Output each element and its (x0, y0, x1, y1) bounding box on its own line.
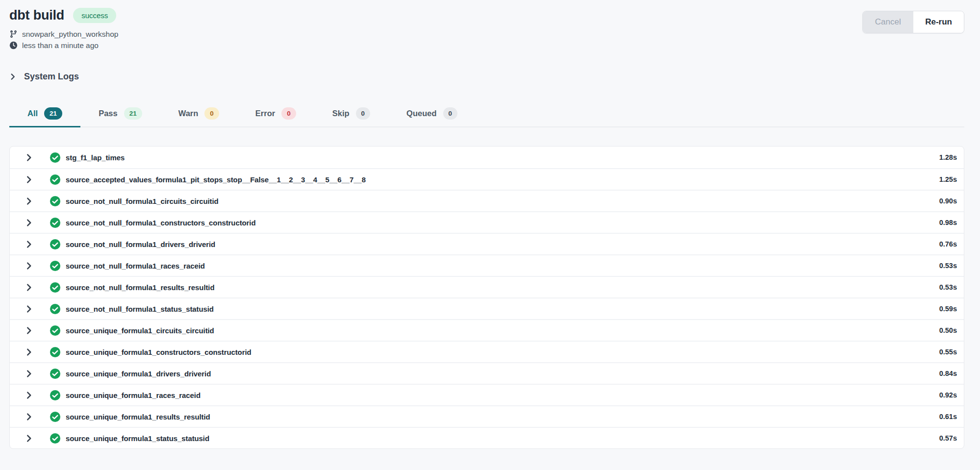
result-row[interactable]: source_unique_formula1_constructors_cons… (10, 341, 964, 362)
git-branch-icon (9, 30, 18, 38)
result-row[interactable]: source_unique_formula1_circuits_circuiti… (10, 319, 964, 341)
tab-count-badge: 0 (204, 107, 219, 120)
node-name: source_unique_formula1_constructors_cons… (66, 348, 251, 356)
node-duration: 0.92s (930, 391, 957, 399)
success-check-icon (50, 325, 61, 336)
expand-chevron-icon[interactable] (25, 370, 33, 378)
result-row[interactable]: source_not_null_formula1_races_raceid 0.… (10, 254, 964, 276)
expand-chevron-icon[interactable] (25, 305, 33, 313)
success-check-icon (50, 303, 61, 315)
node-name: source_unique_formula1_circuits_circuiti… (66, 326, 214, 335)
run-actions: Cancel Re-run (862, 11, 964, 33)
result-row[interactable]: source_accepted_values_formula1_pit_stop… (10, 168, 964, 190)
node-duration: 0.90s (930, 197, 957, 205)
node-duration: 0.50s (930, 326, 957, 334)
expand-chevron-icon[interactable] (25, 175, 33, 184)
tab-queued[interactable]: Queued 0 (388, 102, 476, 127)
branch-row: snowpark_python_workshop (9, 28, 118, 40)
clock-icon (9, 41, 18, 49)
title-row: dbt build success (9, 8, 118, 23)
result-row[interactable]: source_unique_formula1_status_statusid 0… (10, 427, 964, 448)
rerun-button[interactable]: Re-run (913, 11, 964, 33)
system-logs-label: System Logs (24, 72, 79, 82)
result-row[interactable]: source_unique_formula1_races_raceid 0.92… (10, 384, 964, 405)
tab-label: All (27, 109, 38, 118)
result-row[interactable]: source_not_null_formula1_circuits_circui… (10, 190, 964, 211)
node-name: source_unique_formula1_status_statusid (66, 434, 209, 443)
success-check-icon (50, 346, 61, 358)
node-duration: 0.98s (930, 219, 957, 226)
result-row[interactable]: source_not_null_formula1_drivers_driveri… (10, 233, 964, 254)
tab-warn[interactable]: Warn 0 (160, 102, 237, 127)
expand-chevron-icon[interactable] (25, 262, 33, 270)
success-check-icon (50, 217, 61, 228)
node-name: source_not_null_formula1_circuits_circui… (66, 197, 219, 205)
tab-count-badge: 0 (356, 107, 371, 120)
result-row[interactable]: source_unique_formula1_results_resultid … (10, 405, 964, 427)
run-meta: snowpark_python_workshop less than a min… (9, 28, 118, 51)
system-logs-toggle[interactable]: System Logs (9, 72, 79, 82)
tab-count-badge: 0 (281, 107, 296, 120)
expand-chevron-icon[interactable] (25, 153, 33, 162)
success-check-icon (50, 282, 61, 293)
status-badge: success (73, 8, 116, 23)
branch-name: snowpark_python_workshop (22, 28, 118, 40)
node-duration: 0.76s (930, 240, 957, 248)
node-name: source_unique_formula1_results_resultid (66, 413, 210, 421)
success-check-icon (50, 152, 61, 163)
result-row[interactable]: source_not_null_formula1_constructors_co… (10, 211, 964, 233)
expand-chevron-icon[interactable] (25, 391, 33, 399)
tab-label: Queued (406, 109, 436, 118)
success-check-icon (50, 174, 61, 185)
tab-label: Error (255, 109, 275, 118)
node-name: source_unique_formula1_drivers_driverid (66, 370, 211, 378)
expand-chevron-icon[interactable] (25, 326, 33, 335)
success-check-icon (50, 368, 61, 379)
results-list: stg_f1_lap_times 1.28s source_accepted_v… (9, 146, 964, 449)
success-check-icon (50, 260, 61, 272)
cancel-button[interactable]: Cancel (863, 11, 913, 33)
success-check-icon (50, 390, 61, 401)
page-title: dbt build (9, 8, 64, 23)
node-duration: 1.28s (930, 153, 957, 161)
node-name: source_not_null_formula1_races_raceid (66, 262, 205, 270)
result-row[interactable]: stg_f1_lap_times 1.28s (10, 147, 964, 168)
run-detail-page: dbt build success snowpark_python_worksh… (0, 0, 980, 449)
node-name: source_unique_formula1_races_raceid (66, 391, 201, 399)
result-row[interactable]: source_not_null_formula1_status_statusid… (10, 297, 964, 319)
expand-chevron-icon[interactable] (25, 283, 33, 292)
node-duration: 1.25s (930, 175, 957, 183)
node-name: source_accepted_values_formula1_pit_stop… (66, 175, 366, 184)
node-name: source_not_null_formula1_status_statusid (66, 305, 214, 313)
tab-error[interactable]: Error 0 (237, 102, 314, 127)
success-check-icon (50, 239, 61, 250)
expand-chevron-icon[interactable] (25, 240, 33, 248)
node-name: source_not_null_formula1_drivers_driveri… (66, 240, 215, 248)
tab-label: Pass (99, 109, 118, 118)
run-header: dbt build success snowpark_python_worksh… (9, 0, 964, 51)
expand-chevron-icon[interactable] (25, 197, 33, 205)
node-duration: 0.84s (930, 370, 957, 377)
node-duration: 0.57s (930, 434, 957, 442)
node-duration: 0.53s (930, 262, 957, 270)
expand-chevron-icon[interactable] (25, 348, 33, 356)
node-duration: 0.53s (930, 283, 957, 291)
expand-chevron-icon[interactable] (25, 413, 33, 421)
time-row: less than a minute ago (9, 40, 118, 51)
node-duration: 0.61s (930, 413, 957, 421)
run-header-left: dbt build success snowpark_python_worksh… (9, 8, 118, 51)
chevron-right-icon (9, 73, 17, 80)
result-row[interactable]: source_not_null_formula1_results_resulti… (10, 276, 964, 297)
expand-chevron-icon[interactable] (25, 434, 33, 443)
tab-pass[interactable]: Pass 21 (80, 102, 160, 127)
tab-all[interactable]: All 21 (9, 102, 80, 127)
expand-chevron-icon[interactable] (25, 219, 33, 227)
time-ago: less than a minute ago (22, 40, 99, 51)
result-row[interactable]: source_unique_formula1_drivers_driverid … (10, 362, 964, 384)
tab-label: Skip (332, 109, 350, 118)
node-name: stg_f1_lap_times (66, 153, 125, 162)
node-name: source_not_null_formula1_results_resulti… (66, 283, 215, 292)
tab-count-badge: 0 (443, 107, 458, 120)
node-duration: 0.59s (930, 305, 957, 313)
tab-skip[interactable]: Skip 0 (314, 102, 388, 127)
